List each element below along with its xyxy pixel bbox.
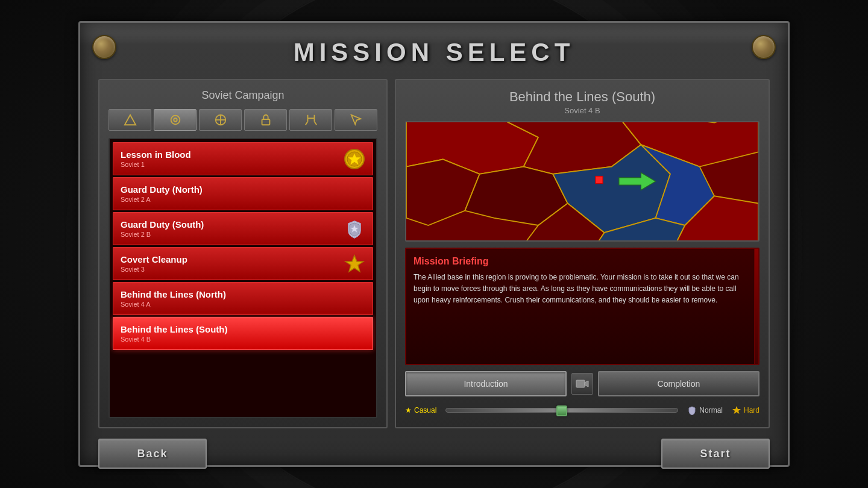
normal-label: Normal <box>687 405 723 415</box>
svg-rect-18 <box>596 176 603 183</box>
left-panel-title: Soviet Campaign <box>108 89 377 102</box>
svg-rect-6 <box>262 119 269 125</box>
casual-label: ★ Casual <box>405 406 436 414</box>
mission-badge-2 <box>344 183 365 205</box>
right-mission-subtitle: Soviet 4 B <box>405 106 760 115</box>
hard-label: Hard <box>732 405 760 415</box>
back-button[interactable]: Back <box>98 439 207 469</box>
mission-badge-5 <box>344 288 365 310</box>
svg-line-8 <box>305 122 307 125</box>
svg-marker-0 <box>124 115 135 125</box>
mission-sub-4: Soviet 3 <box>121 266 187 273</box>
main-container: MISSION SELECT Soviet Campaign <box>78 21 790 467</box>
mission-sub-6: Soviet 4 B <box>121 336 228 343</box>
svg-point-1 <box>171 116 180 125</box>
casual-star-icon: ★ <box>405 406 412 414</box>
briefing-text: The Allied base in this region is provin… <box>414 272 751 307</box>
mission-name-3: Guard Duty (South) <box>121 219 204 230</box>
mission-item-1[interactable]: Lesson in Blood Soviet 1 <box>113 142 373 175</box>
mission-badge-6 <box>344 323 365 345</box>
filter-tab-2[interactable] <box>154 109 197 131</box>
hard-star-icon <box>732 405 741 415</box>
mission-item-4[interactable]: Covert Cleanup Soviet 3 <box>113 247 373 280</box>
right-mission-title: Behind the Lines (South) <box>405 89 760 105</box>
start-button[interactable]: Start <box>661 439 770 469</box>
page-title: MISSION SELECT <box>294 38 575 66</box>
difficulty-area: ★ Casual Normal Hard <box>405 402 760 418</box>
completion-label: Completion <box>658 379 700 389</box>
filter-tab-1[interactable] <box>108 109 151 131</box>
introduction-label: Introduction <box>464 379 508 389</box>
difficulty-slider[interactable] <box>445 408 678 413</box>
start-label: Start <box>700 448 731 460</box>
mission-name-5: Behind the Lines (North) <box>121 289 226 299</box>
camera-icon <box>571 373 593 395</box>
mission-name-4: Covert Cleanup <box>121 254 187 264</box>
filter-tab-4[interactable] <box>244 109 287 131</box>
svg-marker-21 <box>732 406 741 414</box>
svg-marker-20 <box>585 381 588 387</box>
mission-sub-1: Soviet 1 <box>121 161 191 168</box>
mission-item-3[interactable]: Guard Duty (South) Soviet 2 B <box>113 212 373 245</box>
mission-sub-2: Soviet 2 A <box>121 196 203 203</box>
filter-tab-3[interactable] <box>199 109 242 131</box>
slider-thumb <box>556 405 567 416</box>
map-area <box>405 121 760 242</box>
mission-badge-4 <box>344 253 365 275</box>
mission-sub-3: Soviet 2 B <box>121 231 204 238</box>
bolt-top-right <box>752 35 776 59</box>
filter-tab-6[interactable] <box>335 109 377 131</box>
left-panel: Soviet Campaign <box>98 79 388 428</box>
mission-item-5[interactable]: Behind the Lines (North) Soviet 4 A <box>113 282 373 315</box>
briefing-title: Mission Briefing <box>414 256 751 267</box>
svg-point-2 <box>174 118 177 122</box>
mission-list: Lesson in Blood Soviet 1 Guard Duty (Nor… <box>108 138 377 418</box>
normal-shield-icon <box>687 405 697 415</box>
svg-marker-15 <box>345 255 363 272</box>
mission-badge-3 <box>344 218 365 240</box>
svg-line-9 <box>314 122 316 125</box>
introduction-button[interactable]: Introduction <box>405 371 567 396</box>
bottom-bar: Back Start <box>80 431 788 476</box>
svg-rect-19 <box>576 380 585 387</box>
filter-tabs <box>108 109 377 131</box>
mission-name-1: Lesson in Blood <box>121 149 191 160</box>
mission-item-6[interactable]: Behind the Lines (South) Soviet 4 B <box>113 317 373 350</box>
mission-sub-5: Soviet 4 A <box>121 301 226 308</box>
video-buttons: Introduction Completion <box>405 371 760 396</box>
mission-badge-1 <box>344 148 365 170</box>
back-label: Back <box>137 448 168 460</box>
filter-tab-5[interactable] <box>289 109 332 131</box>
right-panel: Behind the Lines (South) Soviet 4 B <box>395 79 770 428</box>
title-bar: MISSION SELECT <box>80 23 788 79</box>
completion-button[interactable]: Completion <box>598 371 760 396</box>
mission-name-6: Behind the Lines (South) <box>121 324 228 334</box>
mission-item-2[interactable]: Guard Duty (North) Soviet 2 A <box>113 177 373 210</box>
briefing-box: Mission Briefing The Allied base in this… <box>405 248 760 365</box>
mission-name-2: Guard Duty (North) <box>121 184 203 195</box>
bolt-top-left <box>92 35 116 59</box>
content-area: Soviet Campaign <box>80 79 788 428</box>
